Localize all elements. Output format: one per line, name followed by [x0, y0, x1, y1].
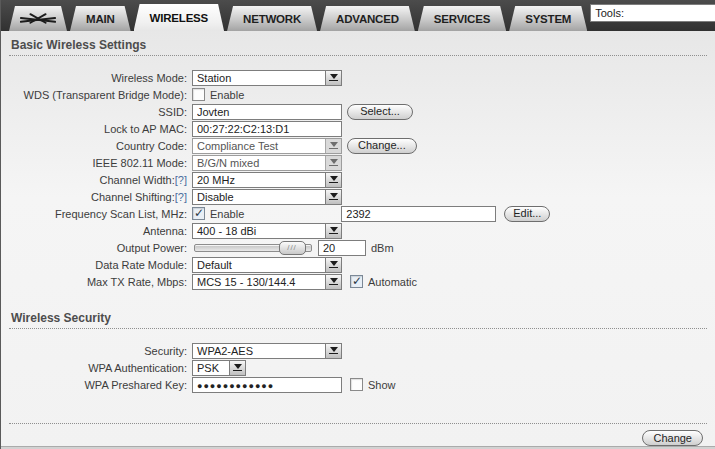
output-power-slider[interactable] [194, 244, 312, 252]
lock-to-ap-mac-label: Lock to AP MAC: [9, 123, 192, 135]
channel-shifting-help-link[interactable]: [?] [175, 191, 187, 203]
tab-advanced[interactable]: ADVANCED [320, 6, 415, 31]
chevron-down-icon [325, 139, 341, 153]
wireless-mode-label: Wireless Mode: [9, 72, 192, 84]
channel-width-row: Channel Width:[?] 20 MHz [9, 171, 707, 188]
tab-services-label: SERVICES [434, 13, 490, 25]
frequency-scan-edit-button[interactable]: Edit... [504, 206, 550, 222]
wireless-settings-page: Basic Wireless Settings Wireless Mode: S… [1, 31, 715, 446]
tab-main-label: MAIN [86, 13, 115, 25]
tab-network[interactable]: NETWORK [227, 6, 317, 31]
chevron-down-icon[interactable] [325, 344, 341, 358]
wpa-preshared-key-row: WPA Preshared Key: ●●●●●●●●●●●● Show [9, 376, 707, 393]
security-label: Security: [9, 345, 192, 357]
channel-shifting-label-text: Channel Shifting: [91, 191, 175, 203]
chevron-down-icon[interactable] [325, 190, 341, 204]
channel-width-label-text: Channel Width: [100, 174, 175, 186]
tab-wireless-label: WIRELESS [150, 12, 208, 24]
tab-system-label: SYSTEM [525, 13, 571, 25]
antenna-label: Antenna: [9, 225, 192, 237]
frequency-scan-enable-checkbox[interactable] [192, 207, 205, 220]
security-select[interactable]: WPA2-AES [192, 343, 342, 359]
tab-services[interactable]: SERVICES [418, 6, 506, 31]
data-rate-module-value: Default [193, 258, 325, 272]
ssid-input[interactable] [192, 104, 342, 120]
basic-wireless-form: Wireless Mode: Station WDS (Transparent … [9, 69, 707, 290]
ieee-mode-row: IEEE 802.11 Mode: B/G/N mixed [9, 154, 707, 171]
tab-network-label: NETWORK [243, 13, 301, 25]
wireless-security-title: Wireless Security [9, 311, 707, 329]
ssid-label: SSID: [9, 106, 192, 118]
output-power-slider-handle[interactable] [279, 241, 306, 255]
chevron-down-icon[interactable] [325, 71, 341, 85]
country-code-row: Country Code: Compliance Test Change... [9, 137, 707, 154]
tools-select-value: Tools: [591, 5, 715, 21]
wireless-mode-value: Station [193, 71, 325, 85]
wpa-preshared-key-label: WPA Preshared Key: [9, 379, 192, 391]
channel-width-select[interactable]: 20 MHz [192, 172, 342, 188]
wpa-authentication-label: WPA Authentication: [9, 362, 192, 374]
wpa-key-show-checkbox[interactable] [350, 378, 363, 391]
channel-width-label: Channel Width:[?] [9, 174, 192, 186]
chevron-down-icon[interactable] [325, 275, 341, 289]
change-button[interactable]: Change [642, 430, 703, 446]
chevron-down-icon [325, 156, 341, 170]
country-code-change-button[interactable]: Change... [347, 138, 417, 154]
lock-to-ap-mac-input[interactable] [192, 121, 342, 137]
channel-width-help-link[interactable]: [?] [175, 174, 187, 186]
antenna-select[interactable]: 400 - 18 dBi [192, 223, 342, 239]
output-power-input[interactable] [318, 240, 366, 256]
ssid-select-button[interactable]: Select... [347, 104, 413, 120]
bottom-divider [9, 423, 707, 424]
frequency-scan-list-label: Frequency Scan List, MHz: [9, 208, 192, 220]
wds-label: WDS (Transparent Bridge Mode): [9, 89, 192, 101]
wpa-authentication-row: WPA Authentication: PSK [9, 359, 707, 376]
chevron-down-icon[interactable] [325, 173, 341, 187]
max-tx-rate-label: Max TX Rate, Mbps: [9, 276, 192, 288]
wireless-mode-row: Wireless Mode: Station [9, 69, 707, 86]
data-rate-module-label: Data Rate Module: [9, 259, 192, 271]
change-row: Change [9, 430, 707, 446]
topbar-right-group: Tools: Logout [590, 0, 715, 31]
ubiquiti-antenna-icon [19, 10, 57, 28]
tab-main[interactable]: MAIN [70, 6, 131, 31]
max-tx-rate-value: MCS 15 - 130/144.4 [193, 275, 325, 289]
wpa-authentication-select[interactable]: PSK [192, 360, 246, 376]
security-value: WPA2-AES [193, 344, 325, 358]
tab-system[interactable]: SYSTEM [509, 6, 587, 31]
wireless-security-form: Security: WPA2-AES WPA Authentication: P… [9, 342, 707, 393]
tab-advanced-label: ADVANCED [336, 13, 399, 25]
wds-row: WDS (Transparent Bridge Mode): Enable [9, 86, 707, 103]
max-tx-rate-automatic-checkbox[interactable] [350, 275, 363, 288]
wds-enable-checkbox-label: Enable [210, 89, 244, 101]
country-code-select: Compliance Test [192, 138, 342, 154]
chevron-down-icon[interactable] [325, 224, 341, 238]
ieee-mode-value: B/G/N mixed [193, 156, 325, 170]
frequency-scan-list-input[interactable] [341, 206, 496, 222]
basic-wireless-settings-title: Basic Wireless Settings [9, 38, 707, 56]
channel-shifting-row: Channel Shifting:[?] Disable [9, 188, 707, 205]
max-tx-rate-select[interactable]: MCS 15 - 130/144.4 [192, 274, 342, 290]
ieee-mode-select: B/G/N mixed [192, 155, 342, 171]
security-row: Security: WPA2-AES [9, 342, 707, 359]
wpa-preshared-key-input[interactable]: ●●●●●●●●●●●● [192, 377, 342, 393]
chevron-down-icon[interactable] [325, 258, 341, 272]
data-rate-module-row: Data Rate Module: Default [9, 256, 707, 273]
antenna-value: 400 - 18 dBi [193, 224, 325, 238]
brand-logo-tab[interactable] [9, 6, 67, 31]
wpa-authentication-value: PSK [193, 361, 229, 375]
chevron-down-icon[interactable] [229, 361, 245, 375]
channel-shifting-value: Disable [193, 190, 325, 204]
top-tab-bar: MAIN WIRELESS NETWORK ADVANCED SERVICES … [1, 0, 715, 31]
wireless-mode-select[interactable]: Station [192, 70, 342, 86]
channel-width-value: 20 MHz [193, 173, 325, 187]
antenna-row: Antenna: 400 - 18 dBi [9, 222, 707, 239]
tab-wireless[interactable]: WIRELESS [134, 4, 224, 31]
data-rate-module-select[interactable]: Default [192, 257, 342, 273]
wpa-key-show-label: Show [368, 379, 396, 391]
tools-select[interactable]: Tools: [590, 4, 715, 22]
max-tx-rate-row: Max TX Rate, Mbps: MCS 15 - 130/144.4 Au… [9, 273, 707, 290]
channel-shifting-select[interactable]: Disable [192, 189, 342, 205]
output-power-label: Output Power: [9, 242, 192, 254]
wds-enable-checkbox[interactable] [192, 88, 205, 101]
